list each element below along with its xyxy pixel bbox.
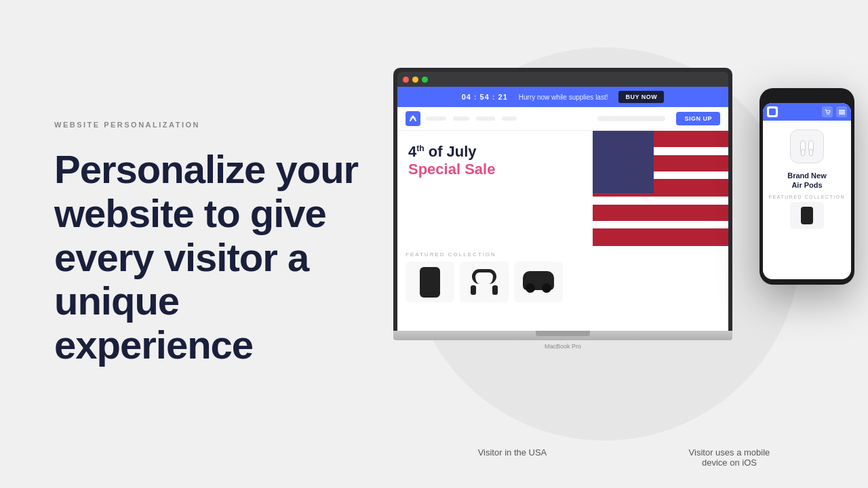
airpod-left <box>800 140 806 152</box>
hero-left: 4th of July Special Sale <box>397 131 593 246</box>
countdown: 04 : 54 : 21 <box>462 93 508 101</box>
macbook-notch <box>536 331 590 336</box>
hero-sale: Special Sale <box>408 161 582 178</box>
category-label: WEBSITE PERSONALIZATION <box>54 121 359 129</box>
iphone-notch <box>790 94 824 100</box>
flag-image <box>593 131 728 246</box>
iphone-featured-label: FEATURED COLLECTION <box>768 195 846 199</box>
url-bar <box>597 116 665 121</box>
right-panel: 04 : 54 : 21 Hurry now while supplies la… <box>380 0 868 488</box>
cart-icon[interactable] <box>822 106 833 117</box>
iphone-product-title: Brand NewAir Pods <box>768 171 846 190</box>
flag-canton <box>593 131 654 193</box>
product-grid <box>406 262 720 302</box>
airpods-image <box>787 126 827 167</box>
sign-up-button[interactable]: SIGN UP <box>676 112 720 125</box>
macbook-label: MacBook Pro <box>393 343 732 350</box>
speaker-icon <box>420 267 440 298</box>
svg-point-1 <box>828 113 829 114</box>
airpod-right <box>808 140 814 152</box>
controller-icon <box>523 271 554 293</box>
nav-line <box>453 117 469 121</box>
laptop-caption: Visitor in the USA <box>478 447 547 468</box>
iphone-logo <box>767 106 778 117</box>
iphone-outer: Brand NewAir Pods FEATURED COLLECTION <box>760 88 854 285</box>
nav-line <box>502 117 517 121</box>
featured-label: FEATURED COLLECTION <box>406 251 720 258</box>
announcement-bar: 04 : 54 : 21 Hurry now while supplies la… <box>397 87 728 107</box>
iphone-bar <box>763 103 851 121</box>
nav-line <box>476 117 495 121</box>
hero-right-flag <box>593 131 728 246</box>
buy-now-button[interactable]: BUY NOW <box>618 91 664 103</box>
svg-point-0 <box>827 113 827 114</box>
nav-line <box>426 117 446 121</box>
macbook-content: 04 : 54 : 21 Hurry now while supplies la… <box>397 87 728 331</box>
iphone-mockup: Brand NewAir Pods FEATURED COLLECTION <box>760 88 854 285</box>
hero-date: 4th of July <box>408 143 582 161</box>
product-card-headphones <box>460 262 509 302</box>
iphone-screen: Brand NewAir Pods FEATURED COLLECTION <box>763 103 851 279</box>
airpods-case <box>790 129 824 163</box>
macbook-mockup: 04 : 54 : 21 Hurry now while supplies la… <box>393 68 732 350</box>
browser-nav: SIGN UP <box>397 107 728 131</box>
iphone-icons <box>822 106 847 117</box>
macbook-screen-outer: 04 : 54 : 21 Hurry now while supplies la… <box>393 68 732 331</box>
iphone-logo-inner <box>769 108 776 115</box>
iphone-product-area: Brand NewAir Pods FEATURED COLLECTION <box>763 121 851 235</box>
left-panel: WEBSITE PERSONALIZATION Personalize your… <box>0 0 414 488</box>
nav-lines <box>426 117 517 121</box>
main-heading: Personalize your website to give every v… <box>54 148 359 368</box>
mini-speaker-icon <box>801 207 813 224</box>
hero-section: 4th of July Special Sale <box>397 131 728 246</box>
product-card-controller <box>514 262 563 302</box>
iphone-mini-product <box>790 202 824 229</box>
dot-green <box>422 77 428 83</box>
announcement-text: Hurry now while supplies last! <box>519 94 608 101</box>
menu-icon[interactable] <box>836 106 847 117</box>
macbook-titlebar <box>397 72 728 87</box>
captions: Visitor in the USA Visitor uses a mobile… <box>380 447 868 468</box>
mobile-caption: Visitor uses a mobiledevice on iOS <box>689 447 770 468</box>
headphones-icon <box>471 269 498 295</box>
macbook-base <box>393 331 732 340</box>
featured-section: FEATURED COLLECTION <box>397 246 728 308</box>
